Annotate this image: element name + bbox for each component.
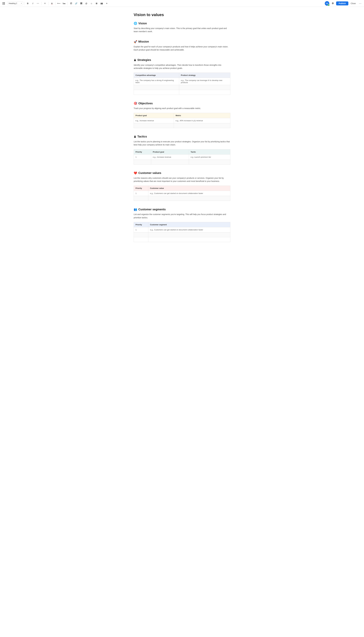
divider-3 bbox=[48, 2, 48, 5]
table-cell-0-0[interactable]: e.g., The company has a strong AI engine… bbox=[134, 78, 179, 85]
section-customer-values-heading: ❤️Customer values bbox=[134, 171, 230, 175]
table-cell-1-1[interactable] bbox=[179, 85, 230, 90]
section-customer-segments-table: PriorityCustomer segment1e.g., Customers… bbox=[134, 222, 230, 242]
section-customer-segments-emoji: 👥 bbox=[134, 208, 137, 211]
link-button[interactable]: 🔗 bbox=[74, 1, 78, 6]
table-cell-0-0[interactable]: 1 bbox=[134, 191, 148, 196]
section-tactics-heading: ♟Tactics bbox=[134, 135, 230, 138]
table-row bbox=[134, 90, 230, 95]
table-row bbox=[134, 196, 230, 201]
section-strategies-emoji: ♟ bbox=[134, 58, 136, 62]
section-objectives-heading-text: Objectives bbox=[138, 102, 153, 105]
color-button[interactable]: A bbox=[50, 1, 54, 6]
table-cell-2-1[interactable] bbox=[148, 237, 230, 242]
bullet-list-button[interactable]: •— bbox=[56, 1, 61, 6]
table-row bbox=[134, 123, 230, 128]
table-cell-2-0[interactable] bbox=[134, 90, 179, 95]
table-cell-0-1[interactable]: e.g., Increase revenue bbox=[151, 154, 189, 160]
table-cell-1-0[interactable] bbox=[134, 196, 148, 201]
checkbox-button[interactable]: ☑ bbox=[69, 1, 73, 6]
section-customer-values-description: List the reasons why customers should us… bbox=[134, 176, 230, 183]
table-cell-1-1[interactable] bbox=[148, 196, 230, 201]
section-strategies: ♟StrategiesIdentify your company's compe… bbox=[134, 58, 230, 95]
table-cell-2-1[interactable] bbox=[179, 90, 230, 95]
table-row bbox=[134, 237, 230, 242]
table-header-1: Metric bbox=[174, 113, 230, 118]
table-cell-1-2[interactable] bbox=[189, 160, 230, 164]
table-header-0: Priority bbox=[134, 186, 148, 191]
table-cell-1-1[interactable] bbox=[174, 123, 230, 128]
image-button[interactable]: 🖼 bbox=[79, 1, 84, 6]
more-options-button[interactable]: ⋯ bbox=[358, 1, 362, 6]
section-customer-segments-heading: 👥Customer segments bbox=[134, 208, 230, 211]
section-vision-heading-text: Vision bbox=[138, 22, 147, 25]
table-cell-1-0[interactable] bbox=[134, 160, 151, 164]
section-customer-values-table: PriorityCustomer value1e.g., Customers c… bbox=[134, 186, 230, 201]
settings-icon-button[interactable]: ⚙ bbox=[330, 1, 335, 6]
table-cell-0-0[interactable]: e.g., Increase revenue bbox=[134, 118, 174, 123]
insert-plus-button[interactable]: + bbox=[104, 1, 109, 6]
mention-button[interactable]: @ bbox=[84, 1, 88, 6]
table-row: e.g., Increase revenuee.g., 40% increase… bbox=[134, 118, 230, 123]
sections-container: 🌐VisionStart by describing your company'… bbox=[134, 22, 230, 242]
table-row: 1e.g., Customers can get started on docu… bbox=[134, 227, 230, 232]
svg-rect-0 bbox=[2, 2, 4, 3]
section-customer-segments-heading-text: Customer segments bbox=[138, 208, 166, 211]
section-strategies-heading: ♟Strategies bbox=[134, 58, 230, 62]
table-cell-1-1[interactable] bbox=[151, 160, 189, 164]
table-cell-0-0[interactable]: 1 bbox=[134, 154, 151, 160]
table-header-0: Priority bbox=[134, 149, 151, 154]
columns-button[interactable]: ▮▮ bbox=[100, 1, 104, 6]
table-button[interactable]: ⊞ bbox=[94, 1, 99, 6]
table-cell-0-0[interactable]: 1 bbox=[134, 227, 148, 232]
section-customer-segments: 👥Customer segmentsList and organize the … bbox=[134, 208, 230, 242]
bold-button[interactable]: B bbox=[26, 1, 30, 6]
table-cell-0-1[interactable]: e.g., Customers can get started on docum… bbox=[148, 191, 230, 196]
table-header-0: Product goal bbox=[134, 113, 174, 118]
table-cell-0-1[interactable]: e.g., 40% increase in y/y revenue bbox=[174, 118, 230, 123]
toolbar: Heading 2 ▾ B I ··· ≡ A •— 1▬ ☑ 🔗 🖼 @ ☺ … bbox=[0, 0, 364, 7]
section-strategies-table: Competitive advantageProduct strategye.g… bbox=[134, 73, 230, 95]
table-header-1: Customer value bbox=[148, 186, 230, 191]
section-objectives-heading: 🎯Objectives bbox=[134, 102, 230, 105]
svg-rect-1 bbox=[4, 2, 5, 3]
section-customer-values-emoji: ❤️ bbox=[134, 171, 137, 175]
table-cell-1-1[interactable] bbox=[148, 232, 230, 237]
app-logo bbox=[2, 2, 6, 6]
table-header-0: Priority bbox=[134, 222, 148, 227]
table-cell-0-1[interactable]: e.g., Customers can get started on docum… bbox=[148, 227, 230, 232]
table-header-1: Customer segment bbox=[148, 222, 230, 227]
section-vision-description: Start by describing your company's main … bbox=[134, 27, 230, 33]
numbered-list-button[interactable]: 1▬ bbox=[62, 1, 66, 6]
align-button[interactable]: ≡ bbox=[43, 1, 47, 6]
toolbar-right: CK + ⚙ Publish Close ⋯ bbox=[325, 1, 362, 6]
more-format-button[interactable]: ··· bbox=[36, 1, 40, 6]
content-area: Vision to values 🌐VisionStart by describ… bbox=[131, 7, 233, 260]
table-cell-0-2[interactable]: e.g. Launch premium tier bbox=[189, 154, 230, 160]
section-tactics-emoji: ♟ bbox=[134, 135, 136, 138]
divider-4 bbox=[55, 2, 56, 5]
heading-select[interactable]: Heading 2 ▾ bbox=[8, 2, 23, 5]
publish-button[interactable]: Publish bbox=[336, 2, 348, 6]
italic-button[interactable]: I bbox=[30, 1, 35, 6]
user-avatar[interactable]: CK + bbox=[325, 1, 329, 6]
section-objectives-description: Track your progress by aligning each pro… bbox=[134, 107, 230, 110]
avatar-plus-icon: + bbox=[328, 4, 330, 6]
table-row bbox=[134, 232, 230, 237]
table-cell-1-0[interactable] bbox=[134, 85, 179, 90]
table-header-1: Product strategy bbox=[179, 73, 230, 78]
avatar-initials: CK bbox=[326, 3, 328, 4]
table-cell-1-0[interactable] bbox=[134, 232, 148, 237]
table-cell-2-0[interactable] bbox=[134, 237, 148, 242]
table-row bbox=[134, 160, 230, 164]
emoji-button[interactable]: ☺ bbox=[89, 1, 94, 6]
section-objectives: 🎯ObjectivesTrack your progress by aligni… bbox=[134, 102, 230, 128]
close-button[interactable]: Close bbox=[350, 2, 357, 5]
table-header-2: Tactic bbox=[189, 149, 230, 154]
table-cell-1-0[interactable] bbox=[134, 123, 174, 128]
table-row: 1e.g., Increase revenuee.g. Launch premi… bbox=[134, 154, 230, 160]
section-objectives-table: Product goalMetrice.g., Increase revenue… bbox=[134, 113, 230, 128]
table-row bbox=[134, 85, 230, 90]
table-cell-0-1[interactable]: e.g., The company can leverage AI to dev… bbox=[179, 78, 230, 85]
section-tactics-heading-text: Tactics bbox=[137, 135, 147, 138]
